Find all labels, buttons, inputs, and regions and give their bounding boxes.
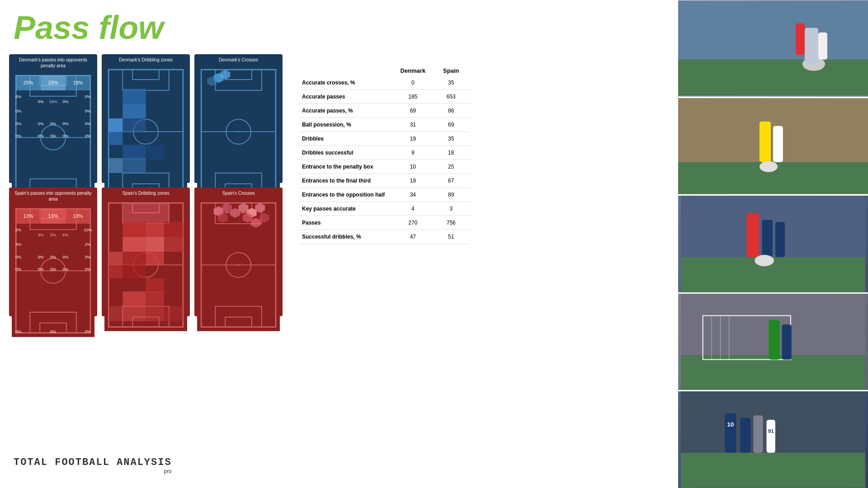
stats-row-6: Entrance to the penalty box 10 25 <box>298 160 470 174</box>
stats-row-0: Accurate crosses, % 0 35 <box>298 76 470 90</box>
svg-rect-113 <box>164 222 183 237</box>
stats-body: Accurate crosses, % 0 35 Accurate passes… <box>298 76 470 244</box>
es-passes-map: Spain's passes into opponents penalty ar… <box>9 188 97 316</box>
svg-text:0%: 0% <box>15 134 21 138</box>
stat-denmark: 47 <box>394 230 432 244</box>
photo-2 <box>678 98 868 195</box>
dk-passes-field: 25% 33% 19% 6% 0% 0% 19% 0% 0% 0% 0% 0% … <box>12 70 94 205</box>
es-crosses-map: Spain's Crosses <box>194 188 283 316</box>
stat-denmark: 31 <box>394 118 432 132</box>
stats-row-5: Dribbles successful 9 18 <box>298 146 470 160</box>
svg-rect-52 <box>146 145 164 160</box>
stat-denmark: 19 <box>394 132 432 146</box>
svg-rect-118 <box>123 252 146 265</box>
stat-label: Entrances to the final third <box>298 174 394 188</box>
dk-crosses-field <box>197 65 280 199</box>
stat-spain: 86 <box>432 104 470 118</box>
stat-spain: 89 <box>432 188 470 202</box>
svg-text:0%: 0% <box>38 122 43 126</box>
svg-text:5%: 5% <box>50 233 56 237</box>
stats-table: Denmark Spain Accurate crosses, % 0 35 A… <box>298 66 470 244</box>
stat-denmark: 34 <box>394 188 432 202</box>
stat-spain: 69 <box>432 118 470 132</box>
svg-text:0%: 0% <box>15 122 21 126</box>
svg-rect-163 <box>762 220 773 258</box>
svg-text:0%: 0% <box>62 267 68 272</box>
dk-crosses-map: Denmark's Crosses <box>194 54 283 183</box>
stats-row-8: Entrances to the opposition half 34 89 <box>298 188 470 202</box>
stat-spain: 67 <box>432 174 470 188</box>
svg-point-165 <box>755 255 774 266</box>
svg-text:19%: 19% <box>49 99 57 104</box>
stat-label: Ball possession, % <box>298 118 394 132</box>
stats-row-3: Ball possession, % 31 69 <box>298 118 470 132</box>
svg-text:3%: 3% <box>38 233 43 237</box>
svg-text:0%: 0% <box>85 329 91 334</box>
svg-rect-172 <box>769 320 779 359</box>
svg-rect-176 <box>725 413 736 453</box>
stat-denmark: 0 <box>394 76 432 90</box>
stats-header-row: Denmark Spain <box>298 66 470 76</box>
svg-text:0%: 0% <box>15 109 21 113</box>
svg-rect-53 <box>108 158 123 173</box>
svg-text:6%: 6% <box>62 233 68 237</box>
svg-rect-46 <box>123 89 146 103</box>
svg-text:91: 91 <box>768 428 774 434</box>
stats-col-spain: Spain <box>432 66 470 76</box>
svg-rect-50 <box>108 131 123 145</box>
svg-rect-49 <box>123 118 146 131</box>
svg-text:0%: 0% <box>50 267 56 272</box>
svg-rect-47 <box>123 103 146 118</box>
stats-row-1: Accurate passes 185 653 <box>298 90 470 104</box>
svg-rect-150 <box>678 60 868 96</box>
svg-rect-124 <box>146 291 164 306</box>
stat-spain: 51 <box>432 230 470 244</box>
svg-rect-152 <box>805 28 818 64</box>
svg-point-134 <box>238 264 240 266</box>
svg-text:0%: 0% <box>38 255 43 259</box>
svg-text:0%: 0% <box>50 122 56 126</box>
svg-text:0%: 0% <box>85 267 91 272</box>
photo-4 <box>678 294 868 390</box>
svg-rect-153 <box>796 23 805 55</box>
stats-col-denmark: Denmark <box>394 66 432 76</box>
logo-section: TOTAL FOOTBALL ANALYSIS pro <box>14 457 172 474</box>
svg-text:25%: 25% <box>24 80 33 85</box>
svg-text:0%: 0% <box>38 267 43 272</box>
stat-spain: 653 <box>432 90 470 104</box>
svg-rect-173 <box>782 324 791 360</box>
es-passes-title: Spain's passes into opponents penalty ar… <box>12 190 94 202</box>
svg-rect-129 <box>123 203 169 222</box>
svg-text:0%: 0% <box>62 255 68 259</box>
stats-row-4: Dribbles 19 35 <box>298 132 470 146</box>
svg-text:0%: 0% <box>85 94 91 99</box>
svg-rect-128 <box>164 306 183 321</box>
stat-label: Dribbles <box>298 132 394 146</box>
svg-rect-157 <box>760 121 771 162</box>
denmark-maps-row: Denmark's passes into opponents penalty … <box>9 54 283 183</box>
svg-text:2%: 2% <box>15 242 21 247</box>
maps-section: Denmark's passes into opponents penalty … <box>9 54 283 316</box>
dk-passes-title: Denmark's passes into opponents penalty … <box>12 57 94 69</box>
svg-rect-114 <box>123 237 146 252</box>
svg-rect-178 <box>740 418 750 453</box>
stat-denmark: 4 <box>394 202 432 216</box>
es-dribbling-field <box>104 198 187 332</box>
svg-text:10: 10 <box>727 421 734 428</box>
svg-rect-175 <box>681 453 865 488</box>
svg-rect-51 <box>123 145 146 160</box>
stat-denmark: 69 <box>394 104 432 118</box>
svg-rect-125 <box>123 306 146 321</box>
dk-passes-map: Denmark's passes into opponents penalty … <box>9 54 97 183</box>
stat-spain: 18 <box>432 146 470 160</box>
stats-col-label <box>298 66 394 76</box>
stats-row-9: Key passes accurate 4 3 <box>298 202 470 216</box>
dk-crosses-title: Denmark's Crosses <box>219 57 258 63</box>
stat-label: Accurate passes, % <box>298 104 394 118</box>
svg-text:13%: 13% <box>24 213 33 219</box>
svg-text:2%: 2% <box>85 242 91 247</box>
stat-label: Key passes accurate <box>298 202 394 216</box>
photo-5: 10 91 <box>678 391 868 488</box>
svg-text:13%: 13% <box>73 213 83 219</box>
stats-row-11: Successful dribbles, % 47 51 <box>298 230 470 244</box>
